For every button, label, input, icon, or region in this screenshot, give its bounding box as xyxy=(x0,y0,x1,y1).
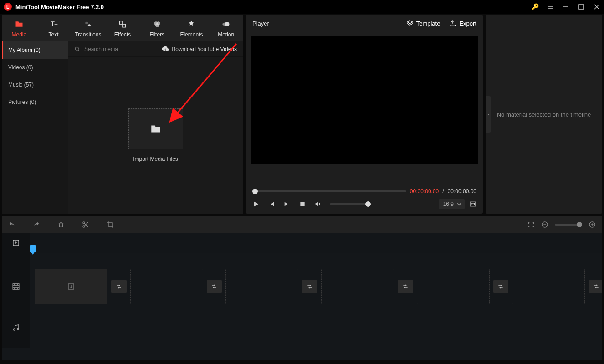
tab-transitions[interactable]: Transitions xyxy=(71,15,105,41)
minimize-icon[interactable] xyxy=(562,3,569,10)
fullscreen-button[interactable] xyxy=(469,200,476,208)
svg-rect-8 xyxy=(123,24,126,27)
svg-rect-20 xyxy=(471,203,475,205)
template-button[interactable]: Template xyxy=(406,20,440,27)
fit-button[interactable] xyxy=(527,221,535,228)
media-panel: Media Text Transitions Effects Filters E… xyxy=(2,15,243,214)
split-button[interactable] xyxy=(82,221,89,228)
time-current: 00:00:00.00 xyxy=(410,188,439,195)
clip-slot[interactable] xyxy=(35,269,107,304)
effects-icon xyxy=(118,20,127,29)
volume-slider[interactable] xyxy=(330,203,371,205)
transition-slot[interactable] xyxy=(398,280,413,293)
player-viewport xyxy=(251,36,478,164)
zoom-out-button[interactable] xyxy=(541,221,548,228)
swap-icon xyxy=(402,283,409,290)
play-button[interactable] xyxy=(252,200,260,208)
svg-rect-31 xyxy=(13,284,19,289)
aspect-ratio-select[interactable]: 16:9 xyxy=(439,199,465,209)
seek-bar[interactable] xyxy=(252,190,406,192)
app-logo: L xyxy=(4,3,12,11)
chevron-right-icon xyxy=(486,112,490,117)
hamburger-icon[interactable] xyxy=(547,3,554,10)
svg-line-16 xyxy=(78,50,80,51)
cloud-download-icon xyxy=(162,46,169,53)
undo-button[interactable] xyxy=(8,221,15,228)
sidebar-item-music[interactable]: Music (57) xyxy=(2,76,68,93)
clip-slot[interactable] xyxy=(130,269,203,304)
svg-point-15 xyxy=(75,47,78,50)
key-icon[interactable]: 🔑 xyxy=(531,3,538,10)
sidebar-item-myalbum[interactable]: My Album (0) xyxy=(2,41,68,59)
elements-icon xyxy=(187,20,196,29)
import-clip-icon xyxy=(67,282,75,291)
zoom-in-button[interactable] xyxy=(589,221,596,228)
video-track-icon xyxy=(12,282,20,291)
tab-effects[interactable]: Effects xyxy=(105,15,140,41)
svg-point-39 xyxy=(14,329,15,330)
transition-slot[interactable] xyxy=(111,280,127,293)
video-track[interactable] xyxy=(2,266,602,307)
player-title: Player xyxy=(252,20,269,27)
swap-icon xyxy=(306,283,313,290)
stop-button[interactable] xyxy=(299,200,306,208)
clip-slot[interactable] xyxy=(321,269,394,304)
export-icon xyxy=(449,20,456,27)
sidebar-item-pictures[interactable]: Pictures (0) xyxy=(2,93,68,111)
svg-point-14 xyxy=(222,23,224,25)
import-media-label: Import Media Files xyxy=(133,156,178,162)
transition-slot[interactable] xyxy=(589,280,602,293)
audio-track[interactable] xyxy=(2,307,602,348)
next-frame-button[interactable] xyxy=(283,200,291,208)
swap-icon xyxy=(115,283,123,290)
maximize-icon[interactable] xyxy=(578,3,585,10)
export-button[interactable]: Export xyxy=(449,20,476,27)
transition-slot[interactable] xyxy=(302,280,317,293)
timeline-toolbar xyxy=(2,216,602,233)
delete-button[interactable] xyxy=(57,221,65,228)
add-track-button[interactable] xyxy=(12,239,20,246)
sidebar-item-videos[interactable]: Videos (0) xyxy=(2,59,68,76)
prev-frame-button[interactable] xyxy=(268,200,275,208)
filters-icon xyxy=(153,20,162,29)
playhead[interactable] xyxy=(33,245,33,360)
clip-slot[interactable] xyxy=(417,269,490,304)
crop-button[interactable] xyxy=(107,221,114,228)
zoom-slider[interactable] xyxy=(555,224,582,226)
svg-rect-18 xyxy=(300,202,304,206)
svg-rect-4 xyxy=(579,5,584,9)
player-panel: Player Template Export 00:00:00.00 / 00:… xyxy=(246,15,483,214)
main-tabs: Media Text Transitions Effects Filters E… xyxy=(2,15,243,41)
close-icon[interactable] xyxy=(593,3,600,10)
text-icon xyxy=(49,20,58,29)
svg-point-11 xyxy=(155,23,159,27)
clip-slot[interactable] xyxy=(225,269,298,304)
swap-icon xyxy=(210,283,218,290)
redo-button[interactable] xyxy=(33,221,40,228)
transition-slot[interactable] xyxy=(493,280,509,293)
folder-icon xyxy=(150,123,162,135)
search-icon xyxy=(74,46,81,52)
panel-collapse-handle[interactable] xyxy=(486,96,491,133)
svg-point-40 xyxy=(17,328,19,329)
app-title: MiniTool MovieMaker Free 7.2.0 xyxy=(15,4,104,10)
timeline xyxy=(2,233,602,360)
tab-elements[interactable]: Elements xyxy=(174,15,209,41)
motion-icon xyxy=(221,20,230,29)
download-youtube-button[interactable]: Download YouTube Videos xyxy=(162,46,237,53)
time-total: 00:00:00.00 xyxy=(448,188,476,195)
tab-media[interactable]: Media xyxy=(2,15,36,41)
search-input[interactable] xyxy=(84,46,158,52)
import-media-button[interactable] xyxy=(128,108,183,149)
timeline-ruler[interactable] xyxy=(30,233,602,253)
volume-button[interactable] xyxy=(314,200,322,208)
tab-motion[interactable]: Motion xyxy=(209,15,243,41)
tab-filters[interactable]: Filters xyxy=(140,15,174,41)
swap-icon xyxy=(497,283,504,290)
tab-text[interactable]: Text xyxy=(36,15,71,41)
properties-empty-message: No material selected on the timeline xyxy=(497,111,591,118)
transition-slot[interactable] xyxy=(207,280,222,293)
clip-slot[interactable] xyxy=(512,269,585,304)
media-content: Download YouTube Videos Import Media Fil… xyxy=(68,41,243,214)
layers-icon xyxy=(406,20,414,27)
